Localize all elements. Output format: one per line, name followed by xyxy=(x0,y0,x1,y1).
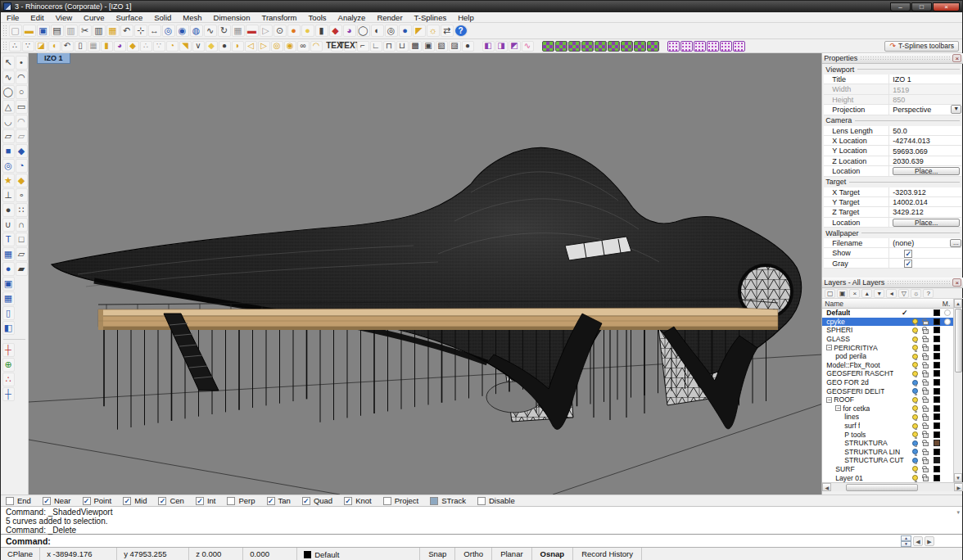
sidebar-tool-icon[interactable]: ◆ xyxy=(16,144,28,158)
scroll-right-icon[interactable]: ▶ xyxy=(954,483,963,491)
menu-tools[interactable]: Tools xyxy=(302,12,332,23)
osnap-checkbox[interactable]: ✓ xyxy=(83,497,91,505)
sidebar-tool-icon[interactable]: ◔ xyxy=(16,159,28,173)
tool-icon[interactable]: ▨ xyxy=(449,41,461,52)
layer-lock[interactable] xyxy=(920,466,931,473)
sidebar-tool-icon[interactable]: ⊕ xyxy=(2,358,15,372)
layer-lock[interactable] xyxy=(920,362,931,369)
tool-icon[interactable]: ▮ xyxy=(101,41,113,52)
sidebar-tool-icon[interactable]: ∷ xyxy=(16,203,28,217)
tool-icon[interactable]: ◪ xyxy=(35,41,47,52)
value-text[interactable]: -3203.912 xyxy=(893,188,926,196)
tool-icon[interactable]: ▬ xyxy=(23,25,36,37)
tool-icon[interactable]: ▣ xyxy=(423,41,435,52)
panel-grip[interactable] xyxy=(887,280,950,286)
status-pane-snap[interactable]: Snap xyxy=(420,548,455,560)
panel-grip[interactable] xyxy=(860,56,950,61)
layer-lock[interactable] xyxy=(920,387,931,395)
tool-icon[interactable]: ● xyxy=(287,25,301,37)
tool-icon[interactable]: ◆ xyxy=(329,25,342,37)
tool-icon[interactable] xyxy=(595,41,607,52)
tool-icon[interactable]: ↻ xyxy=(218,25,231,37)
layer-lock[interactable] xyxy=(920,327,931,334)
tool-icon[interactable]: ◉ xyxy=(284,41,296,52)
dropdown-value[interactable]: Perspective xyxy=(893,106,931,114)
layer-row[interactable]: STRUCTURA CUT xyxy=(822,456,954,465)
sidebar-tool-icon[interactable]: ∘ xyxy=(16,188,28,202)
checkbox[interactable]: ✓ xyxy=(904,260,912,268)
sidebar-tool-icon[interactable]: ▯ xyxy=(2,306,15,320)
tool-icon[interactable] xyxy=(694,41,706,52)
layer-visibility[interactable] xyxy=(910,440,920,446)
tool-icon[interactable]: ◗ xyxy=(232,41,244,52)
layer-visibility[interactable] xyxy=(910,475,920,481)
status-pane-osnap[interactable]: Osnap xyxy=(532,548,574,560)
place-button[interactable]: Place... xyxy=(893,167,960,175)
viewport-title-tab[interactable]: IZO 1 xyxy=(37,53,70,64)
tool-icon[interactable]: ⊙ xyxy=(274,25,287,37)
maximize-button[interactable]: □ xyxy=(911,2,932,11)
minimize-button[interactable]: – xyxy=(890,2,911,11)
expand-icon[interactable]: − xyxy=(826,345,832,350)
osnap-knot[interactable]: ✓Knot xyxy=(344,496,372,505)
layer-visibility[interactable] xyxy=(910,414,920,420)
layer-row[interactable]: cpyke xyxy=(822,318,954,327)
layers-close-icon[interactable]: × xyxy=(952,278,961,287)
tool-icon[interactable]: ● xyxy=(462,41,474,52)
sidebar-tool-icon[interactable]: ● xyxy=(2,203,15,217)
layers-horizontal-scrollbar[interactable]: ◀ ▶ xyxy=(822,482,963,491)
tool-icon[interactable]: ● xyxy=(301,25,314,37)
tool-icon[interactable]: ▩ xyxy=(409,41,422,52)
tool-icon[interactable]: ▦ xyxy=(88,41,100,52)
value-text[interactable]: 1519 xyxy=(893,86,909,94)
tool-icon[interactable]: ◕ xyxy=(114,41,126,52)
layer-visibility[interactable] xyxy=(910,423,920,429)
command-next-icon[interactable]: ▶ xyxy=(925,536,934,546)
new-layer-icon[interactable]: ▢ xyxy=(825,289,835,298)
layer-color[interactable] xyxy=(931,431,942,438)
layer-color[interactable] xyxy=(931,422,942,429)
expand-icon[interactable]: − xyxy=(835,405,841,411)
osnap-disable[interactable]: Disable xyxy=(477,496,515,505)
tool-icon[interactable]: ⊹ xyxy=(134,25,147,37)
layer-lock[interactable] xyxy=(920,318,931,326)
sidebar-tool-icon[interactable]: ▦ xyxy=(2,247,15,261)
value-text[interactable]: 14002.014 xyxy=(893,198,928,206)
osnap-end[interactable]: End xyxy=(6,496,31,505)
value-text[interactable]: -42744.013 xyxy=(893,137,930,145)
layer-color[interactable] xyxy=(931,353,942,359)
osnap-point[interactable]: ✓Point xyxy=(83,496,112,505)
layer-visibility[interactable] xyxy=(910,336,920,342)
help-icon[interactable]: ? xyxy=(923,289,934,298)
value-text[interactable]: 850 xyxy=(893,96,905,104)
osnap-int[interactable]: ✓Int xyxy=(196,496,216,505)
osnap-checkbox[interactable]: ✓ xyxy=(158,497,166,505)
sidebar-tool-icon[interactable]: ◆ xyxy=(16,174,28,187)
command-spinner[interactable]: ▴▾ xyxy=(901,535,911,546)
layer-color[interactable] xyxy=(931,345,942,351)
layers-vertical-scrollbar[interactable]: ▲ ▼ xyxy=(953,299,962,482)
scroll-left-icon[interactable]: ◀ xyxy=(822,483,831,491)
layer-visibility[interactable] xyxy=(910,327,920,333)
value-text[interactable]: 50.0 xyxy=(893,127,907,135)
tool-icon[interactable]: ▤ xyxy=(51,25,64,37)
sidebar-tool-icon[interactable]: ∿ xyxy=(2,70,15,84)
tool-icon[interactable]: ◤ xyxy=(413,25,426,37)
layer-lock[interactable] xyxy=(920,336,931,343)
layer-row[interactable]: SPHERI xyxy=(822,326,954,335)
tool-icon[interactable]: ◎ xyxy=(162,25,175,37)
layer-visibility[interactable] xyxy=(910,405,920,411)
menu-file[interactable]: File xyxy=(1,12,25,23)
layer-row[interactable]: GEOSFERI RASCHT xyxy=(822,369,954,378)
layer-visibility[interactable] xyxy=(910,345,920,350)
layer-color[interactable] xyxy=(931,475,942,481)
osnap-perp[interactable]: Perp xyxy=(227,496,255,505)
properties-panel-header[interactable]: Properties × xyxy=(822,53,963,64)
layer-row[interactable]: STRUKTURA xyxy=(822,439,954,448)
osnap-checkbox[interactable]: ✓ xyxy=(196,497,204,505)
tool-icon[interactable] xyxy=(555,41,567,52)
sidebar-tool-icon[interactable]: ┼ xyxy=(2,387,15,401)
menu-surface[interactable]: Surface xyxy=(110,12,148,23)
tool-icon[interactable] xyxy=(667,41,680,52)
layers-panel-header[interactable]: Layers - All Layers × xyxy=(822,278,963,288)
